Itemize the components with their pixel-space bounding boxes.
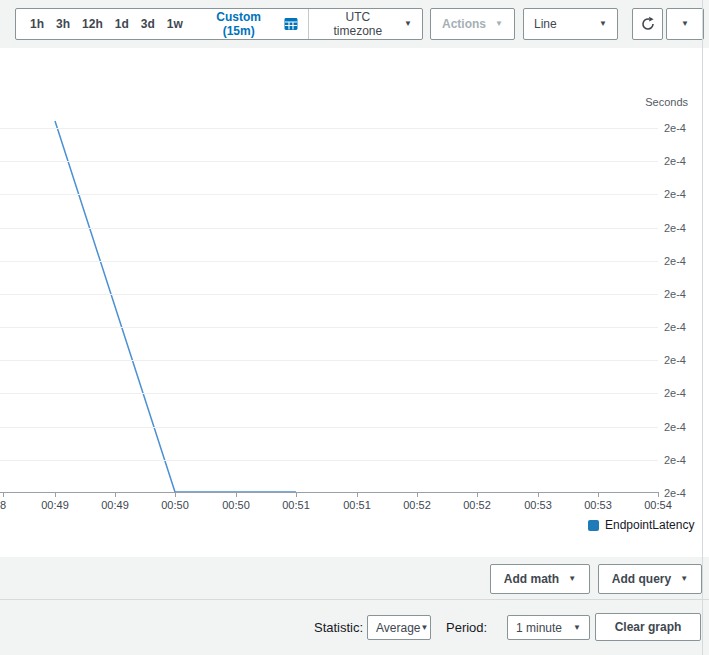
x-axis-tick-label: 00:50 (161, 499, 189, 511)
x-axis-tick (296, 492, 297, 497)
x-axis-tick (175, 492, 176, 497)
x-axis-tick (55, 492, 56, 497)
x-axis-tick (538, 492, 539, 497)
gridline (0, 128, 658, 129)
actions-dropdown[interactable]: Actions ▼ (430, 8, 515, 40)
add-math-label: Add math (504, 572, 559, 586)
chart-type-value: Line (534, 17, 557, 31)
period-dropdown[interactable]: 1 minute ▼ (507, 615, 590, 640)
custom-range-label: Custom (15m) (199, 10, 279, 38)
x-axis-tick-label: 00:51 (282, 499, 310, 511)
x-axis-tick-label: 00:54 (644, 499, 672, 511)
timezone-label: UTC timezone (320, 10, 397, 38)
y-axis-unit-label: Seconds (645, 96, 688, 108)
actions-label: Actions (442, 17, 486, 31)
x-axis-tick (658, 492, 659, 497)
gridline (0, 161, 658, 162)
x-axis-tick-label: 00:50 (222, 499, 250, 511)
x-axis-tick (417, 492, 418, 497)
y-axis-tick-label: 2e-4 (664, 288, 686, 300)
y-axis-tick-label: 2e-4 (664, 122, 686, 134)
chart-legend[interactable]: EndpointLatency (588, 518, 694, 532)
custom-range-button[interactable]: Custom (15m) (197, 10, 300, 38)
y-axis-tick-label: 2e-4 (664, 487, 686, 499)
chevron-down-icon: ▼ (420, 624, 428, 632)
gridline (0, 460, 658, 461)
gridline (0, 261, 658, 262)
add-query-label: Add query (612, 572, 671, 586)
x-axis-tick-label: 00:52 (403, 499, 431, 511)
y-axis-tick-label: 2e-4 (664, 354, 686, 366)
add-query-dropdown[interactable]: Add query ▼ (598, 564, 702, 594)
x-axis-tick (598, 492, 599, 497)
chart-panel: Seconds EndpointLatency 2e-42e-42e-42e-4… (0, 48, 709, 557)
x-axis-tick (3, 492, 4, 497)
x-axis-tick-label: 00:52 (463, 499, 491, 511)
gridline (0, 427, 658, 428)
x-axis-tick-label: 00:49 (101, 499, 129, 511)
y-axis-tick-label: 2e-4 (664, 321, 686, 333)
y-axis-tick-label: 2e-4 (664, 222, 686, 234)
gridline (0, 228, 658, 229)
chevron-down-icon: ▼ (495, 20, 503, 28)
period-value: 1 minute (516, 621, 562, 635)
time-range-1d[interactable]: 1d (109, 17, 135, 31)
y-axis-tick-label: 2e-4 (664, 454, 686, 466)
x-axis-tick (357, 492, 358, 497)
legend-swatch (588, 520, 599, 531)
clear-graph-button[interactable]: Clear graph (595, 613, 701, 641)
toolbar-divider (308, 9, 309, 39)
time-range-12h[interactable]: 12h (76, 17, 109, 31)
chevron-down-icon: ▼ (573, 624, 581, 632)
refresh-button[interactable] (632, 8, 663, 40)
gridline (0, 360, 658, 361)
chevron-down-icon: ▼ (404, 20, 412, 28)
period-label: Period: (446, 620, 487, 635)
refresh-icon (640, 16, 656, 32)
x-axis-line (0, 492, 658, 493)
statistic-label: Statistic: (314, 620, 363, 635)
y-axis-tick-label: 2e-4 (664, 155, 686, 167)
chart-toolbar: 1h3h12h1d3d1w Custom (15m) UTC timezone … (0, 0, 709, 48)
refresh-options-dropdown[interactable]: ▼ (666, 8, 704, 40)
time-range-3d[interactable]: 3d (135, 17, 161, 31)
endpointlatency-line (55, 121, 296, 492)
x-axis-tick-label: 00:49 (41, 499, 69, 511)
x-axis-tick-label: 00:53 (584, 499, 612, 511)
add-math-dropdown[interactable]: Add math ▼ (490, 564, 590, 594)
gridline (0, 327, 658, 328)
y-axis-tick-label: 2e-4 (664, 421, 686, 433)
time-range-1w[interactable]: 1w (161, 17, 189, 31)
x-axis-tick-label: 8 (0, 499, 6, 511)
x-axis-tick (236, 492, 237, 497)
x-axis-tick-label: 00:51 (343, 499, 371, 511)
timezone-dropdown[interactable]: UTC timezone ▼ (318, 10, 414, 38)
statistic-value: Average (376, 621, 420, 635)
x-axis-tick (477, 492, 478, 497)
statistic-dropdown[interactable]: Average ▼ (367, 615, 431, 640)
time-range-buttons: 1h3h12h1d3d1w (24, 17, 189, 31)
legend-label: EndpointLatency (605, 518, 694, 532)
y-axis-tick-label: 2e-4 (664, 188, 686, 200)
query-actions-bar: Add math ▼ Add query ▼ (0, 557, 709, 600)
cloudwatch-graph-widget: 1h3h12h1d3d1w Custom (15m) UTC timezone … (0, 0, 709, 655)
chevron-down-icon: ▼ (680, 575, 688, 583)
time-range-group: 1h3h12h1d3d1w Custom (15m) UTC timezone … (15, 8, 423, 40)
y-axis-tick-label: 2e-4 (664, 255, 686, 267)
chevron-down-icon: ▼ (599, 20, 607, 28)
chevron-down-icon: ▼ (681, 20, 689, 28)
gridline (0, 294, 658, 295)
y-axis-tick-label: 2e-4 (664, 387, 686, 399)
gridline (0, 194, 658, 195)
x-axis-tick (115, 492, 116, 497)
line-chart-plot (0, 48, 709, 557)
statistic-period-bar: Statistic: Average ▼ Period: 1 minute ▼ … (0, 600, 709, 655)
chevron-down-icon: ▼ (568, 575, 576, 583)
time-range-1h[interactable]: 1h (24, 17, 50, 31)
x-axis-tick-label: 00:53 (524, 499, 552, 511)
panel-right-border (702, 0, 703, 655)
time-range-3h[interactable]: 3h (50, 17, 76, 31)
chart-type-dropdown[interactable]: Line ▼ (523, 8, 618, 40)
calendar-icon (284, 17, 298, 31)
gridline (0, 393, 658, 394)
